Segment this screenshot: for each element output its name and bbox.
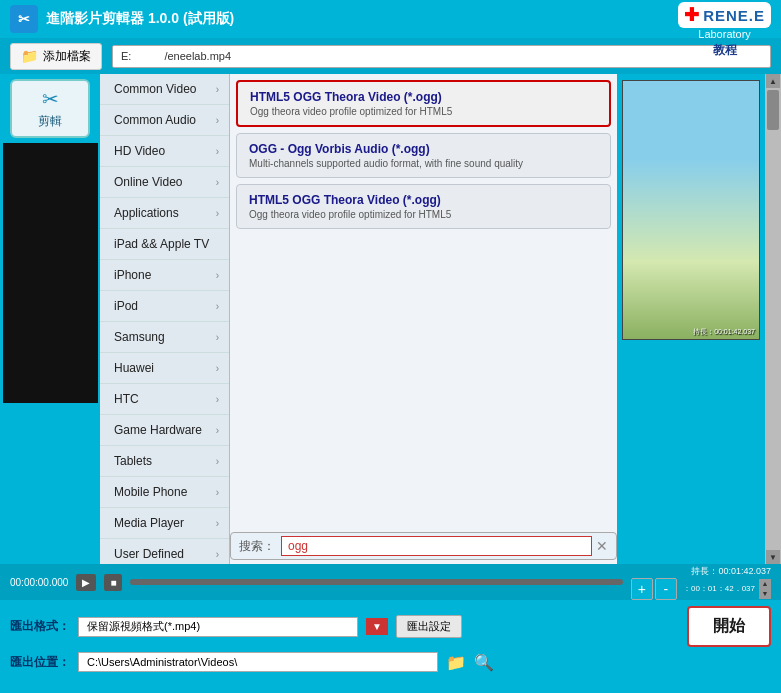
time-up-btn[interactable]: ▲ <box>759 579 771 589</box>
sidebar-item-common-video[interactable]: Common Video› <box>100 74 229 105</box>
search-path-button[interactable]: 🔍 <box>474 653 494 672</box>
sidebar-item-user-defined[interactable]: User Defined› <box>100 539 229 564</box>
logo-box: ✚ RENE.E <box>678 2 771 28</box>
export-format-row: 匯出格式： ▼ 匯出設定 開始 <box>10 606 771 647</box>
sidebar-item-common-audio[interactable]: Common Audio› <box>100 105 229 136</box>
chevron-right-icon: › <box>216 84 219 95</box>
stop-button[interactable]: ■ <box>104 574 122 591</box>
right-controls: 持長：00:01:42.037 + - ：00：01：42．037 ▲ ▼ <box>631 565 771 600</box>
scroll-down-arrow[interactable]: ▼ <box>766 550 780 564</box>
category-label: Tablets <box>114 454 152 468</box>
category-label: Mobile Phone <box>114 485 187 499</box>
center-right-area: Common Video›Common Audio›HD Video›Onlin… <box>100 74 781 564</box>
timeline-time-display: 00:00:00.000 <box>10 577 68 588</box>
sidebar-item-huawei[interactable]: Huawei› <box>100 353 229 384</box>
logo-laboratory: Laboratory <box>698 28 751 40</box>
format-desc: Ogg theora video profile optimized for H… <box>249 209 598 220</box>
start-button[interactable]: 開始 <box>687 606 771 647</box>
sidebar-item-media-player[interactable]: Media Player› <box>100 508 229 539</box>
sidebar-item-mobile-phone[interactable]: Mobile Phone› <box>100 477 229 508</box>
remove-btn[interactable]: - <box>655 578 677 600</box>
time-counter: ：00：01：42．037 <box>683 583 755 594</box>
titlebar: ✂ 進階影片剪輯器 1.0.0 (試用版) ✚ RENE.E Laborator… <box>0 0 781 38</box>
category-panel: Common Video›Common Audio›HD Video›Onlin… <box>100 74 230 564</box>
logo-text: RENE.E <box>703 7 765 24</box>
sidebar-item-ipod[interactable]: iPod› <box>100 291 229 322</box>
format-name: HTML5 OGG Theora Video (*.ogg) <box>249 193 598 207</box>
category-label: Applications <box>114 206 179 220</box>
right-video-preview-panel: 持長：00:01:42.037 <box>617 74 765 564</box>
category-label: Huawei <box>114 361 154 375</box>
app-title: 進階影片剪輯器 1.0.0 (試用版) <box>46 10 234 28</box>
right-scrollbar[interactable]: ▲ ▼ <box>765 74 781 564</box>
category-label: Media Player <box>114 516 184 530</box>
chevron-right-icon: › <box>216 301 219 312</box>
output-path-input[interactable] <box>78 652 438 672</box>
sidebar-item-ipad-apple-tv[interactable]: iPad && Apple TV <box>100 229 229 260</box>
format-item-html5-ogg-2[interactable]: HTML5 OGG Theora Video (*.ogg)Ogg theora… <box>236 184 611 229</box>
sidebar-item-samsung[interactable]: Samsung› <box>100 322 229 353</box>
folder-icon: 📁 <box>21 48 38 64</box>
sidebar-item-iphone[interactable]: iPhone› <box>100 260 229 291</box>
sidebar-item-online-video[interactable]: Online Video› <box>100 167 229 198</box>
category-label: iPod <box>114 299 138 313</box>
add-file-button[interactable]: 📁 添加檔案 <box>10 43 102 70</box>
sidebar-item-game-hardware[interactable]: Game Hardware› <box>100 415 229 446</box>
chevron-right-icon: › <box>216 208 219 219</box>
right-preview-box: 持長：00:01:42.037 <box>622 80 760 340</box>
category-label: HTC <box>114 392 139 406</box>
format-desc: Ogg theora video profile optimized for H… <box>250 106 597 117</box>
format-item-html5-ogg-1[interactable]: HTML5 OGG Theora Video (*.ogg)Ogg theora… <box>236 80 611 127</box>
chevron-right-icon: › <box>216 332 219 343</box>
file-path-display: E: /eneelab.mp4 <box>112 45 771 68</box>
export-format-label: 匯出格式： <box>10 618 70 635</box>
scissors-icon: ✂ <box>18 11 30 27</box>
play-button[interactable]: ▶ <box>76 574 96 591</box>
export-format-input[interactable] <box>78 617 358 637</box>
category-label: Samsung <box>114 330 165 344</box>
content-area: ✂ 剪輯 Common Video›Common Audio›HD Video›… <box>0 74 781 564</box>
export-settings-button[interactable]: 匯出設定 <box>396 615 462 638</box>
chevron-right-icon: › <box>216 487 219 498</box>
chevron-right-icon: › <box>216 394 219 405</box>
timeline-bar: 00:00:00.000 ▶ ■ 持長：00:01:42.037 + - ：00… <box>0 564 781 600</box>
jiaocheng-link[interactable]: 教程 <box>713 42 737 59</box>
duration-display: 持長：00:01:42.037 <box>691 565 771 578</box>
search-input[interactable] <box>281 536 592 556</box>
add-btn[interactable]: + <box>631 578 653 600</box>
chevron-right-icon: › <box>216 363 219 374</box>
chevron-right-icon: › <box>216 456 219 467</box>
sidebar-item-htc[interactable]: HTC› <box>100 384 229 415</box>
format-list-panel: HTML5 OGG Theora Video (*.ogg)Ogg theora… <box>230 74 617 564</box>
chevron-right-icon: › <box>216 549 219 560</box>
time-down-btn[interactable]: ▼ <box>759 589 771 599</box>
search-close-button[interactable]: ✕ <box>596 538 608 554</box>
scroll-thumb[interactable] <box>767 90 779 130</box>
sidebar-item-hd-video[interactable]: HD Video› <box>100 136 229 167</box>
chevron-right-icon: › <box>216 115 219 126</box>
category-label: iPad && Apple TV <box>114 237 209 251</box>
scroll-up-arrow[interactable]: ▲ <box>766 74 780 88</box>
left-panel: ✂ 剪輯 <box>0 74 100 564</box>
right-preview-duration: 持長：00:01:42.037 <box>693 327 755 337</box>
sidebar-item-tablets[interactable]: Tablets› <box>100 446 229 477</box>
category-label: Game Hardware <box>114 423 202 437</box>
renee-logo: ✚ RENE.E Laboratory 教程 <box>678 2 771 59</box>
category-label: User Defined <box>114 547 184 561</box>
format-dropdown-button[interactable]: ▼ <box>366 618 388 635</box>
toolbar: 📁 添加檔案 E: /eneelab.mp4 <box>0 38 781 74</box>
timeline-track[interactable] <box>130 579 623 585</box>
add-file-label: 添加檔案 <box>43 48 91 65</box>
format-item-ogg-vorbis[interactable]: OGG - Ogg Vorbis Audio (*.ogg)Multi-chan… <box>236 133 611 178</box>
app-icon: ✂ <box>10 5 38 33</box>
sidebar-item-applications[interactable]: Applications› <box>100 198 229 229</box>
left-video-preview <box>3 143 98 403</box>
edit-button[interactable]: ✂ 剪輯 <box>10 79 90 138</box>
chevron-right-icon: › <box>216 270 219 281</box>
chevron-right-icon: › <box>216 146 219 157</box>
browse-folder-button[interactable]: 📁 <box>446 653 466 672</box>
chevron-right-icon: › <box>216 177 219 188</box>
chevron-right-icon: › <box>216 425 219 436</box>
category-label: Online Video <box>114 175 183 189</box>
logo-plus-icon: ✚ <box>684 4 699 26</box>
